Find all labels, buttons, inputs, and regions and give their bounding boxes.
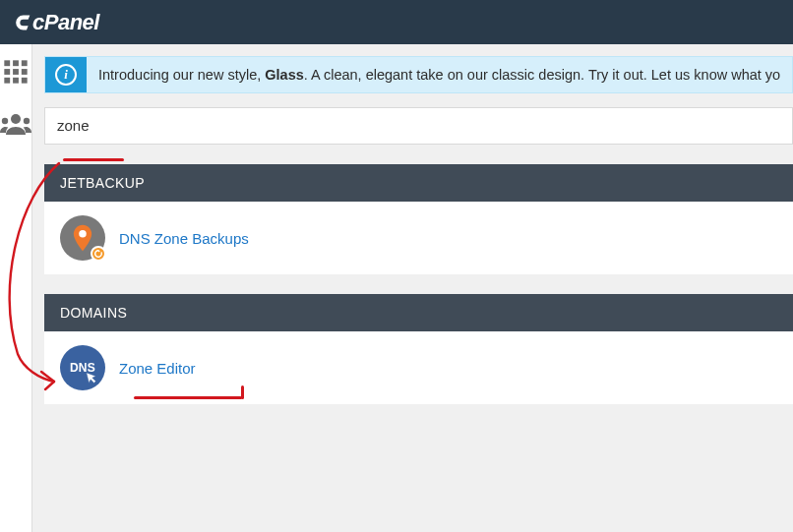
sidebar — [0, 44, 32, 532]
cpanel-logo[interactable]: cPanel — [12, 10, 99, 35]
svg-rect-4 — [13, 69, 19, 75]
svg-rect-1 — [13, 60, 19, 66]
apps-grid-icon[interactable] — [2, 58, 30, 89]
dns-backup-icon — [60, 215, 105, 261]
svg-point-9 — [11, 114, 21, 124]
app-item-zone-editor[interactable]: DNS Zone Editor — [44, 331, 793, 404]
info-banner-text: Introducing our new style, Glass. A clea… — [87, 57, 792, 92]
link-dns-zone-backups[interactable]: DNS Zone Backups — [119, 230, 249, 247]
app-item-dns-zone-backups[interactable]: DNS Zone Backups — [44, 202, 793, 274]
zone-editor-icon: DNS — [60, 345, 105, 390]
group-header-domains[interactable]: DOMAINS — [44, 294, 793, 331]
main-content: i Introducing our new style, Glass. A cl… — [32, 44, 793, 532]
svg-rect-7 — [13, 78, 19, 84]
svg-rect-0 — [4, 60, 10, 66]
search-input[interactable] — [57, 117, 780, 134]
topbar: cPanel — [0, 0, 793, 44]
svg-rect-5 — [22, 69, 28, 75]
info-icon: i — [45, 57, 87, 92]
users-icon[interactable] — [0, 111, 31, 141]
svg-rect-6 — [4, 78, 10, 84]
link-zone-editor[interactable]: Zone Editor — [119, 360, 196, 377]
svg-rect-3 — [4, 69, 10, 75]
group-header-jetbackup[interactable]: JETBACKUP — [44, 164, 793, 202]
info-banner: i Introducing our new style, Glass. A cl… — [44, 56, 793, 93]
group-jetbackup: JETBACKUP DNS Zone Backups — [44, 164, 793, 274]
group-domains: DOMAINS DNS Zone Editor — [44, 294, 793, 404]
search-box[interactable] — [44, 107, 793, 145]
logo-text: cPanel — [32, 10, 99, 35]
svg-point-10 — [2, 118, 8, 124]
svg-point-12 — [79, 230, 87, 238]
svg-rect-2 — [22, 60, 28, 66]
svg-point-11 — [24, 118, 30, 124]
svg-rect-8 — [22, 78, 28, 84]
